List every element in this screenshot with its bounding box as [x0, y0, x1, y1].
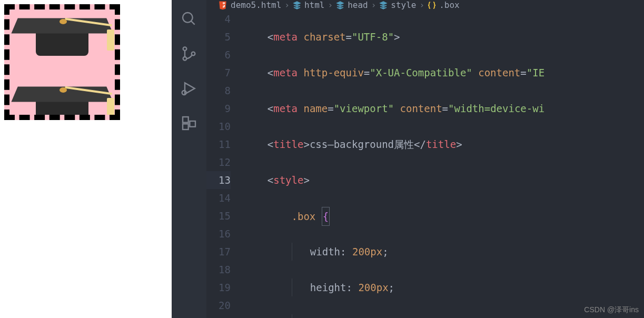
breadcrumb-file[interactable]: demo5.html — [231, 0, 281, 10]
search-icon[interactable] — [181, 11, 197, 29]
symbol-icon — [336, 1, 344, 9]
svg-point-2 — [183, 47, 187, 51]
activity-bar — [172, 0, 206, 318]
svg-point-4 — [192, 52, 195, 56]
symbol-icon — [379, 1, 388, 9]
breadcrumb-part[interactable]: .box — [439, 0, 460, 10]
breadcrumb-part[interactable]: head — [348, 0, 368, 10]
svg-rect-8 — [183, 124, 189, 130]
css-rule-icon — [428, 1, 436, 9]
source-control-icon[interactable] — [181, 45, 197, 64]
svg-line-1 — [191, 21, 195, 25]
debug-icon[interactable] — [181, 80, 197, 99]
preview-pane — [0, 0, 172, 318]
svg-point-3 — [183, 57, 187, 61]
svg-point-6 — [182, 91, 186, 95]
svg-point-0 — [183, 13, 193, 23]
code-area[interactable]: 4 5 6 7 8 9 10 11 12 13 14 15 16 17 18 1… — [206, 10, 644, 318]
code-content[interactable]: <meta charset="UTF-8"> <meta http-equiv=… — [243, 10, 644, 318]
extensions-icon[interactable] — [181, 115, 197, 134]
breadcrumb-part[interactable]: style — [391, 0, 416, 10]
svg-rect-9 — [190, 121, 195, 127]
gutter: 4 5 6 7 8 9 10 11 12 13 14 15 16 17 18 1… — [206, 10, 243, 318]
breadcrumb-part[interactable]: html — [304, 0, 325, 10]
rendered-box — [4, 4, 120, 120]
editor: demo5.html › html › head › style › .box … — [206, 0, 644, 318]
svg-rect-7 — [183, 117, 189, 123]
html5-icon — [218, 1, 227, 10]
watermark: CSDN @泽哥ins — [584, 305, 639, 315]
breadcrumb[interactable]: demo5.html › html › head › style › .box — [206, 0, 644, 10]
symbol-icon — [293, 1, 301, 9]
